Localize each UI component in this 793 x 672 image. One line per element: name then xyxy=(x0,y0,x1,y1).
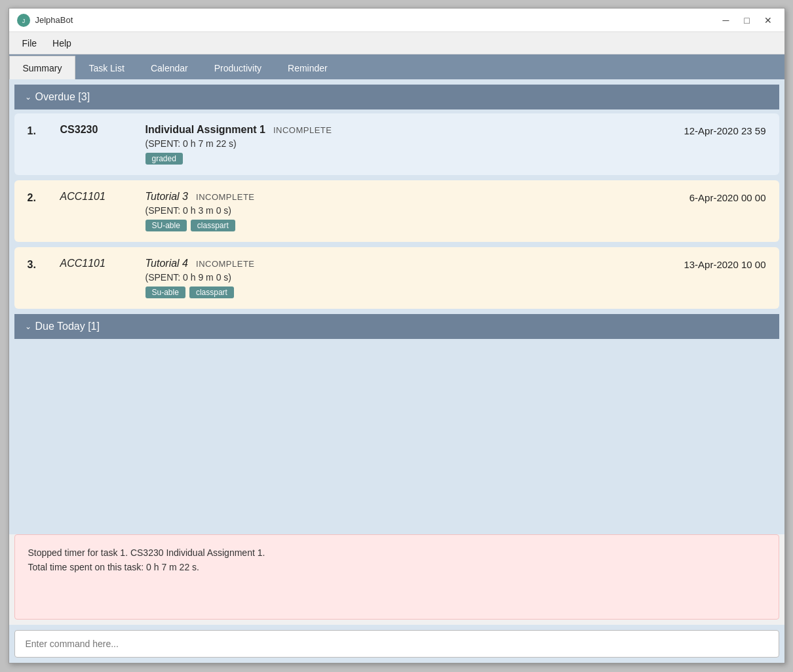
menu-file[interactable]: File xyxy=(14,35,45,51)
overdue-title: Overdue [3] xyxy=(35,91,90,103)
task-number: 3. xyxy=(28,258,47,271)
tab-bar: Summary Task List Calendar Productivity … xyxy=(9,54,784,79)
tab-summary[interactable]: Summary xyxy=(9,56,76,79)
command-area xyxy=(9,625,784,663)
task-tag: classpart xyxy=(191,220,235,231)
task-tag: graded xyxy=(145,153,183,165)
task-tag: classpart xyxy=(189,287,234,298)
task-tag: SU-able xyxy=(145,220,187,231)
task-spent: (SPENT: 0 h 9 m 0 s) xyxy=(145,272,671,283)
tab-calendar[interactable]: Calendar xyxy=(138,57,201,79)
task-course: ACC1101 xyxy=(60,258,132,269)
close-button[interactable]: ✕ xyxy=(760,14,777,27)
window-controls: ─ □ ✕ xyxy=(718,14,777,27)
due-today-title: Due Today [1] xyxy=(35,321,100,332)
task-row: 2. ACC1101 Tutorial 3 INCOMPLETE (SPENT:… xyxy=(14,180,779,242)
task-status: INCOMPLETE xyxy=(196,192,255,202)
task-title: Tutorial 3 xyxy=(145,191,189,203)
menu-help[interactable]: Help xyxy=(45,35,79,51)
task-date: 6-Apr-2020 00 00 xyxy=(689,191,766,203)
notification-line1: Stopped timer for task 1. CS3230 Individ… xyxy=(28,545,765,560)
task-status: INCOMPLETE xyxy=(196,259,255,269)
app-window: J JelphaBot ─ □ ✕ File Help Summary Task… xyxy=(9,8,785,663)
tab-reminder[interactable]: Reminder xyxy=(275,57,341,79)
svg-text:J: J xyxy=(22,18,25,24)
task-number: 2. xyxy=(28,191,47,204)
task-tags: graded xyxy=(145,153,671,165)
tab-tasklist[interactable]: Task List xyxy=(75,57,137,79)
main-content: ⌄ Overdue [3] 1. CS3230 Individual Assig… xyxy=(9,79,784,534)
task-tags: Su-able classpart xyxy=(145,287,671,298)
title-bar: J JelphaBot ─ □ ✕ xyxy=(9,9,784,32)
task-date: 13-Apr-2020 10 00 xyxy=(684,258,765,270)
task-title-row: Tutorial 3 INCOMPLETE xyxy=(145,191,676,203)
app-icon: J xyxy=(17,14,30,27)
task-details: Tutorial 4 INCOMPLETE (SPENT: 0 h 9 m 0 … xyxy=(145,258,671,298)
maximize-button[interactable]: □ xyxy=(739,14,756,27)
task-number: 1. xyxy=(28,124,47,137)
notification-line2: Total time spent on this task: 0 h 7 m 2… xyxy=(28,560,765,574)
task-title: Tutorial 4 xyxy=(145,258,189,269)
task-details: Tutorial 3 INCOMPLETE (SPENT: 0 h 3 m 0 … xyxy=(145,191,676,231)
task-spent: (SPENT: 0 h 7 m 22 s) xyxy=(145,138,671,149)
task-title: Individual Assignment 1 xyxy=(145,124,265,136)
task-tags: SU-able classpart xyxy=(145,220,676,231)
window-title: JelphaBot xyxy=(35,15,718,25)
task-tag: Su-able xyxy=(145,287,185,298)
task-title-row: Tutorial 4 INCOMPLETE xyxy=(145,258,671,269)
task-row: 1. CS3230 Individual Assignment 1 INCOMP… xyxy=(14,113,779,175)
overdue-section-header: ⌄ Overdue [3] xyxy=(14,85,779,109)
task-date: 12-Apr-2020 23 59 xyxy=(684,124,765,136)
task-details: Individual Assignment 1 INCOMPLETE (SPEN… xyxy=(145,124,671,165)
due-today-arrow-icon: ⌄ xyxy=(25,322,31,331)
task-title-row: Individual Assignment 1 INCOMPLETE xyxy=(145,124,671,136)
task-spent: (SPENT: 0 h 3 m 0 s) xyxy=(145,205,676,216)
task-area: ⌄ Overdue [3] 1. CS3230 Individual Assig… xyxy=(9,79,784,534)
menu-bar: File Help xyxy=(9,32,784,54)
overdue-arrow-icon: ⌄ xyxy=(25,92,31,102)
task-row: 3. ACC1101 Tutorial 4 INCOMPLETE (SPENT:… xyxy=(14,247,779,309)
notification-panel: Stopped timer for task 1. CS3230 Individ… xyxy=(14,534,779,620)
minimize-button[interactable]: ─ xyxy=(718,14,735,27)
task-course: ACC1101 xyxy=(60,191,132,203)
task-status: INCOMPLETE xyxy=(273,125,332,135)
tab-productivity[interactable]: Productivity xyxy=(201,57,275,79)
command-input[interactable] xyxy=(14,630,779,658)
task-course: CS3230 xyxy=(60,124,132,136)
due-today-section-header: ⌄ Due Today [1] xyxy=(14,314,779,339)
